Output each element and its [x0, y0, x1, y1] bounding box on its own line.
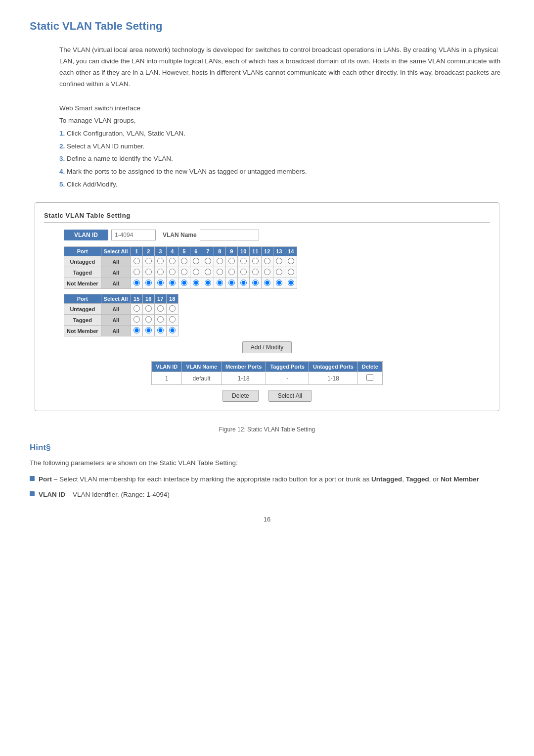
select-all-header: Select All [101, 247, 131, 256]
notmember-r1-p3[interactable] [154, 278, 166, 289]
bullet-icon-vlanid [30, 491, 35, 496]
untagged-r1-p5[interactable] [178, 256, 190, 267]
row-delete-checkbox[interactable] [357, 372, 382, 385]
port-num-7: 7 [202, 247, 214, 256]
vlan-name-input[interactable] [200, 230, 259, 240]
notmember-r1-p11[interactable] [249, 278, 261, 289]
untagged-r1-p14[interactable] [285, 256, 297, 267]
untagged-r1-p7[interactable] [202, 256, 214, 267]
notmember-r2-p15[interactable] [131, 326, 142, 336]
untagged-r1-p6[interactable] [190, 256, 202, 267]
tagged-r1-p5[interactable] [178, 267, 190, 278]
untagged-r1-p10[interactable] [237, 256, 249, 267]
lower-th-delete: Delete [357, 362, 382, 372]
vlan-box-title: Static VLAN Table Setting [44, 212, 490, 223]
tagged-r2-p17[interactable] [154, 315, 166, 326]
hint-item-port: Port – Select VLAN membership for each i… [30, 474, 504, 485]
tagged-r1-p2[interactable] [142, 267, 154, 278]
tagged-r1-p9[interactable] [225, 267, 237, 278]
port-num-6: 6 [190, 247, 202, 256]
notmember-r1-p2[interactable] [142, 278, 154, 289]
untagged-r1-p2[interactable] [142, 256, 154, 267]
notmember-r1-p14[interactable] [285, 278, 297, 289]
port-num-3: 3 [154, 247, 166, 256]
lower-data-table: VLAN ID VLAN Name Member Ports Tagged Po… [151, 361, 383, 385]
tagged-r1-p13[interactable] [273, 267, 285, 278]
untagged-r2-p15[interactable] [131, 304, 142, 315]
untagged-label-r2: Untagged [64, 304, 101, 315]
lower-th-vlanid: VLAN ID [152, 362, 182, 372]
notmember-r1-p1[interactable] [131, 278, 142, 289]
untagged-r1-p8[interactable] [214, 256, 225, 267]
select-all-tagged-r1[interactable]: All [101, 267, 131, 278]
not-member-label-r2: Not Member [64, 326, 101, 336]
notmember-r1-p9[interactable] [225, 278, 237, 289]
untagged-r1-p4[interactable] [166, 256, 178, 267]
step-5: 5. Click Add/Modify. [59, 178, 504, 191]
tagged-r1-p11[interactable] [249, 267, 261, 278]
select-all-untagged-r2[interactable]: All [101, 304, 131, 315]
notmember-r1-p12[interactable] [261, 278, 273, 289]
tagged-r1-p3[interactable] [154, 267, 166, 278]
untagged-r1-p9[interactable] [225, 256, 237, 267]
tagged-r1-p6[interactable] [190, 267, 202, 278]
tagged-r1-p7[interactable] [202, 267, 214, 278]
port-num-8: 8 [214, 247, 225, 256]
untagged-r1-p11[interactable] [249, 256, 261, 267]
port-num-5: 5 [178, 247, 190, 256]
lower-th-vlanname: VLAN Name [182, 362, 222, 372]
notmember-r1-p5[interactable] [178, 278, 190, 289]
untagged-r2-p17[interactable] [154, 304, 166, 315]
port-num-14: 14 [285, 247, 297, 256]
untagged-r1-p1[interactable] [131, 256, 142, 267]
notmember-r1-p7[interactable] [202, 278, 214, 289]
port-num-1: 1 [131, 247, 142, 256]
tagged-r1-p1[interactable] [131, 267, 142, 278]
port-col-header: Port [64, 247, 101, 256]
notmember-r1-p10[interactable] [237, 278, 249, 289]
tagged-r2-p16[interactable] [142, 315, 154, 326]
tagged-r2-p15[interactable] [131, 315, 142, 326]
lower-th-untagged: Untagged Ports [309, 362, 357, 372]
untagged-r2-p18[interactable] [166, 304, 178, 315]
notmember-r1-p4[interactable] [166, 278, 178, 289]
untagged-label-r1: Untagged [64, 256, 101, 267]
tagged-r1-p4[interactable] [166, 267, 178, 278]
notmember-r1-p8[interactable] [214, 278, 225, 289]
hint-intro: The following parameters are shown on th… [30, 458, 504, 469]
notmember-r1-p6[interactable] [190, 278, 202, 289]
bullet-icon-port [30, 476, 35, 481]
select-all-notmember-r1[interactable]: All [101, 278, 131, 289]
tagged-r1-p8[interactable] [214, 267, 225, 278]
untagged-r1-p13[interactable] [273, 256, 285, 267]
vlan-id-input[interactable] [111, 230, 156, 240]
row-untagged-ports: 1-18 [309, 372, 357, 385]
select-all-button[interactable]: Select All [268, 390, 312, 402]
notmember-r1-p13[interactable] [273, 278, 285, 289]
vlan-id-row: VLAN ID VLAN Name [64, 230, 490, 240]
tagged-label-r2: Tagged [64, 315, 101, 326]
bottom-buttons: Delete Select All [44, 390, 490, 402]
instructions-header1: Web Smart switch interface [59, 102, 504, 115]
untagged-r1-p3[interactable] [154, 256, 166, 267]
select-all-tagged-r2[interactable]: All [101, 315, 131, 326]
tagged-r1-p10[interactable] [237, 267, 249, 278]
vlan-table-box: Static VLAN Table Setting VLAN ID VLAN N… [35, 202, 499, 411]
vlan-name-label: VLAN Name [163, 232, 197, 238]
row-vlanname: default [182, 372, 222, 385]
port-num-2: 2 [142, 247, 154, 256]
tagged-r1-p12[interactable] [261, 267, 273, 278]
untagged-r1-p12[interactable] [261, 256, 273, 267]
add-modify-button[interactable]: Add / Modify [242, 341, 292, 353]
select-all-notmember-r2[interactable]: All [101, 326, 131, 336]
notmember-r2-p16[interactable] [142, 326, 154, 336]
notmember-r2-p18[interactable] [166, 326, 178, 336]
delete-button[interactable]: Delete [222, 390, 259, 402]
tagged-r1-p14[interactable] [285, 267, 297, 278]
notmember-r2-p17[interactable] [154, 326, 166, 336]
instructions-header2: To manage VLAN groups, [59, 114, 504, 127]
tagged-r2-p18[interactable] [166, 315, 178, 326]
port-col-header-2: Port [64, 294, 101, 304]
untagged-r2-p16[interactable] [142, 304, 154, 315]
select-all-untagged-r1[interactable]: All [101, 256, 131, 267]
